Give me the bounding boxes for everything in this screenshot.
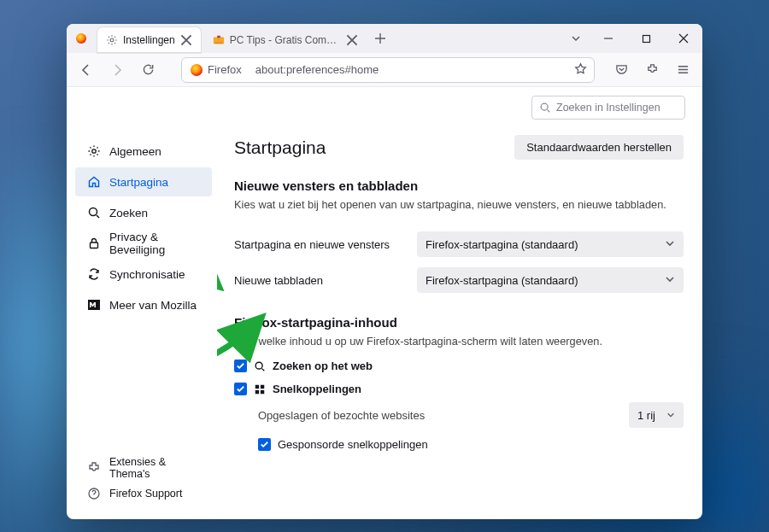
select-value: 1 rij [637,409,655,422]
svg-point-7 [90,208,97,216]
svg-rect-4 [643,35,649,42]
svg-rect-15 [261,389,264,393]
homepage-select[interactable]: Firefox-startpagina (standaard) [417,231,684,257]
select-value: Firefox-startpagina (standaard) [426,238,578,251]
checkbox-checked-icon [234,383,247,395]
restore-defaults-button[interactable]: Standaardwaarden herstellen [514,135,684,160]
select-value: Firefox-startpagina (standaard) [426,274,578,287]
window-controls [590,24,702,53]
sidebar-item-extensions[interactable]: Extensies & Thema's [75,456,212,480]
puzzle-icon [87,461,101,475]
sidebar-item-zoeken[interactable]: Zoeken [75,198,212,227]
nav-label: Startpagina [109,176,168,189]
nav-label: Zoeken [109,207,148,219]
chevron-down-icon [665,238,675,251]
shortcuts-rows-select[interactable]: 1 rij [629,402,684,428]
identity-box[interactable]: Firefox [189,61,249,78]
svg-rect-13 [261,384,264,388]
sidebar-item-startpagina[interactable]: Startpagina [75,167,212,196]
tab-label: PC Tips - Gratis Computer Tips… [230,34,341,46]
row-newtabs-label: Nieuwe tabbladen [234,274,417,287]
back-button[interactable] [73,57,99,83]
section-content-title: Firefox-startpagina-inhoud [234,315,684,330]
svg-rect-8 [91,243,98,248]
page-title: Startpagina [234,137,326,158]
nav-label: Firefox Support [109,488,182,500]
checkbox-checked-icon [234,360,247,372]
tab-close-button[interactable] [180,34,192,46]
new-tab-button[interactable] [368,24,392,53]
svg-rect-3 [217,36,220,38]
nav-label: Extensies & Thema's [109,456,208,480]
chevron-down-icon [665,274,675,287]
section-new-windows-desc: Kies wat u ziet bij het openen van uw st… [234,198,684,211]
sidebar-item-support[interactable]: Firefox Support [75,482,212,506]
url-text: about:preferences#home [255,63,567,76]
sidebar-item-privacy[interactable]: Privacy & Beveiliging [75,229,212,258]
nav-label: Algemeen [109,145,161,158]
reload-button[interactable] [135,57,161,83]
section-content-desc: Kies welke inhoud u op uw Firefox-startp… [234,335,684,348]
newtab-select[interactable]: Firefox-startpagina (standaard) [417,267,684,293]
search-icon [254,360,266,372]
sidebar-item-algemeen[interactable]: Algemeen [75,137,212,166]
checkbox-label: Snelkoppelingen [273,383,361,395]
annotation-arrow [217,239,226,307]
svg-point-6 [92,149,96,153]
svg-point-11 [255,362,262,369]
forward-button[interactable] [104,57,130,83]
preferences-content: Zoeken in Instellingen Algemeen Startpag… [67,87,702,519]
extensions-button[interactable] [639,57,665,83]
home-icon [87,175,101,189]
row-homepage-label: Startpagina en nieuwe vensters [234,238,417,251]
svg-rect-14 [255,389,259,393]
tab-bar: Instellingen PC Tips - Gratis Computer T… [67,24,702,53]
tab-label: Instellingen [123,34,175,46]
preferences-sidebar: Algemeen Startpagina Zoeken Privacy & Be… [67,87,217,519]
shortcuts-subtext: Opgeslagen of bezochte websites [258,409,425,422]
checkbox-label: Gesponsorde snelkoppelingen [278,438,428,451]
svg-point-0 [110,38,114,42]
maximize-button[interactable] [627,24,665,53]
chevron-down-icon [666,409,675,422]
svg-rect-12 [255,384,259,388]
help-icon [87,487,101,500]
nav-toolbar: Firefox about:preferences#home [67,53,702,87]
mozilla-icon [87,298,101,312]
app-menu-button[interactable] [670,57,696,83]
tab-close-button[interactable] [346,34,358,46]
checkbox-websearch-row[interactable]: Zoeken op het web [234,360,684,372]
gear-icon [87,144,101,158]
firefox-app-icon [67,24,96,53]
nav-label: Synchronisatie [109,268,185,281]
checkbox-sponsored-row[interactable]: Gesponsorde snelkoppelingen [258,438,684,451]
identity-label: Firefox [208,63,242,76]
lock-icon [87,237,101,250]
section-new-windows-title: Nieuwe vensters en tabbladen [234,178,684,193]
all-tabs-button[interactable] [562,24,590,53]
preferences-main: Startpagina Standaardwaarden herstellen … [217,87,702,519]
url-bar[interactable]: Firefox about:preferences#home [181,57,595,83]
nav-label: Privacy & Beveiliging [109,231,208,256]
gear-icon [106,34,118,46]
checkbox-checked-icon [258,438,271,451]
tab-pctips[interactable]: PC Tips - Gratis Computer Tips… [204,27,367,53]
browser-window: Instellingen PC Tips - Gratis Computer T… [67,24,702,519]
sidebar-item-sync[interactable]: Synchronisatie [75,260,212,289]
svg-rect-2 [214,43,222,44]
sync-icon [87,267,101,281]
tab-instellingen[interactable]: Instellingen [97,27,201,53]
site-favicon-icon [213,34,225,46]
grid-icon [254,383,266,395]
checkbox-shortcuts-row[interactable]: Snelkoppelingen [234,383,684,395]
close-button[interactable] [665,24,702,53]
sidebar-item-mozilla[interactable]: Meer van Mozilla [75,290,212,319]
search-icon [87,206,101,219]
bookmark-star-icon[interactable] [574,62,587,78]
nav-label: Meer van Mozilla [109,299,197,312]
checkbox-label: Zoeken op het web [273,360,373,372]
save-to-pocket-button[interactable] [608,57,634,83]
minimize-button[interactable] [590,24,627,53]
firefox-icon [191,64,203,76]
